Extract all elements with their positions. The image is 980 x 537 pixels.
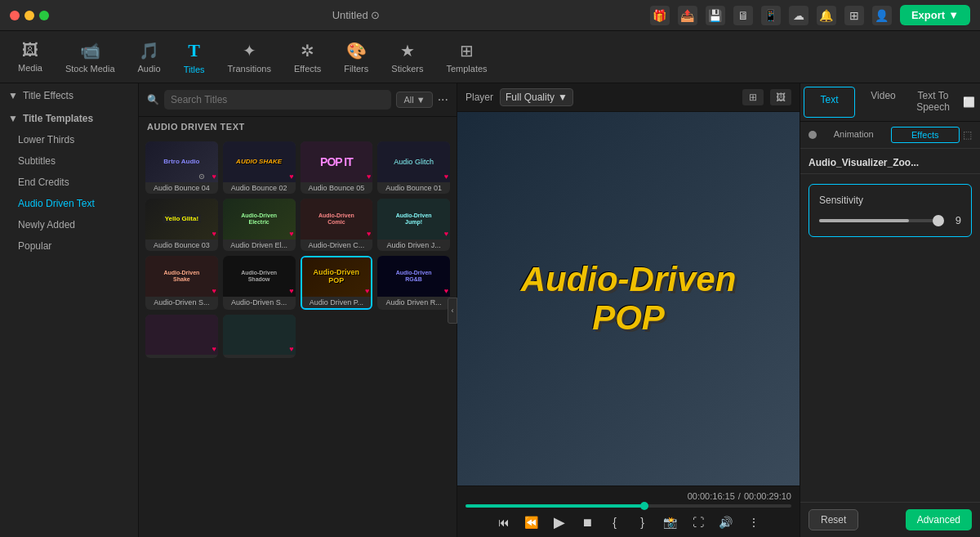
sub-tab-effects[interactable]: Effects [891, 127, 960, 143]
gift-icon[interactable]: 🎁 [650, 6, 670, 25]
tab-text-to-speech[interactable]: Text To Speech [908, 83, 958, 121]
template-driven-r[interactable]: Audio-DrivenRG&B ♥ Audio Driven R... [377, 256, 450, 310]
nav-newly-added[interactable]: Newly Added [7, 214, 138, 235]
template-driven-j[interactable]: Audio-DrivenJump! ♥ Audio Driven J... [377, 199, 450, 251]
download-icon[interactable]: 💾 [706, 6, 725, 25]
template-bounce01-thumb: Audio Glitch ♥ [377, 141, 450, 182]
monitor-icon[interactable]: 🖥 [733, 6, 753, 25]
template-driven-r-thumb: Audio-DrivenRG&B ♥ [377, 256, 450, 297]
main-layout: ▼ Title Effects ▼ Title Templates Lower … [0, 83, 980, 537]
template-partial2[interactable]: ♥ [223, 315, 296, 359]
sub-tabs: Animation Effects [820, 127, 960, 143]
title-templates-header[interactable]: ▼ Title Templates [0, 108, 138, 129]
template-bounce04[interactable]: Brtro Audio ♥ ⊙ Audio Bounce 04 [145, 141, 218, 194]
time-display: 00:00:16:15 / 00:00:29:10 [466, 491, 791, 501]
template-bounce03[interactable]: Yello Glita! ♥ Audio Bounce 03 [145, 199, 218, 251]
template-partial1[interactable]: ♥ [145, 315, 218, 359]
search-input[interactable] [164, 90, 391, 110]
filter-all-button[interactable]: All ▼ [396, 92, 432, 108]
title-effects-label: Title Effects [23, 90, 74, 101]
panel-collapse-button[interactable]: ‹ [448, 298, 457, 324]
toolbar-stickers[interactable]: ★ Stickers [380, 36, 434, 78]
stock-media-icon: 📹 [80, 41, 100, 60]
sensitivity-section: Sensitivity 9 [808, 184, 972, 237]
nav-lower-thirds[interactable]: Lower Thirds [7, 129, 138, 150]
media-icon: 🖼 [22, 41, 38, 60]
reset-button[interactable]: Reset [808, 509, 858, 530]
tab-text[interactable]: Text [804, 87, 855, 118]
audio-button[interactable]: 🔊 [716, 512, 736, 532]
template-bounce02[interactable]: AUDIO SHAKE ♥ Audio Bounce 02 [223, 141, 296, 194]
search-icon: 🔍 [147, 94, 159, 105]
progress-bar[interactable] [466, 504, 791, 508]
toolbar-titles[interactable]: T Titles [172, 35, 216, 79]
share-icon[interactable]: 📤 [678, 6, 697, 25]
nav-popular[interactable]: Popular [7, 235, 138, 257]
play-button[interactable]: ▶ [550, 512, 569, 532]
phone-icon[interactable]: 📱 [761, 6, 781, 25]
titlebar: Untitled ⊙ 🎁 📤 💾 🖥 📱 ☁ 🔔 ⊞ 👤 Export ▼ [0, 0, 980, 31]
toolbar-effects[interactable]: ✲ Effects [283, 36, 332, 78]
toolbar-audio[interactable]: 🎵 Audio [127, 36, 172, 78]
audio-icon: 🎵 [139, 41, 159, 60]
template-driven-s2[interactable]: Audio-DrivenShadow ♥ Audio-Driven S... [223, 256, 296, 310]
video-placeholder: Audio-Driven POP [457, 112, 800, 486]
cloud-icon[interactable]: ☁ [789, 6, 808, 25]
right-tabs: Text Video Text To Speech ⬜ [800, 83, 980, 122]
quality-select[interactable]: Full Quality ▼ [500, 88, 573, 106]
toolbar-media[interactable]: 🖼 Media [7, 36, 54, 78]
frame-back-button[interactable]: ⏪ [522, 512, 541, 532]
sensitivity-slider[interactable] [819, 219, 938, 222]
nav-audio-driven-text[interactable]: Audio Driven Text [7, 193, 138, 214]
image-view-icon[interactable]: 🖼 [770, 89, 791, 105]
toolbar-templates[interactable]: ⊞ Templates [434, 36, 498, 78]
mark-in-button[interactable]: { [605, 512, 625, 532]
template-bounce05-thumb: POP IT ♥ [301, 141, 373, 182]
sub-tab-animation[interactable]: Animation [820, 127, 888, 143]
avatar-icon[interactable]: 👤 [872, 6, 892, 25]
expand-icon[interactable]: ⬚ [963, 129, 972, 141]
template-driven-c[interactable]: Audio-DrivenComic ♥ Audio-Driven C... [301, 199, 373, 251]
template-driven-s1[interactable]: Audio-DrivenShake ♥ Audio-Driven S... [145, 256, 218, 310]
more-options-icon[interactable]: ··· [438, 92, 448, 107]
template-bounce01[interactable]: Audio Glitch ♥ Audio Bounce 01 [377, 141, 450, 194]
bell-icon[interactable]: 🔔 [817, 6, 836, 25]
minimize-button[interactable] [24, 11, 34, 20]
title-templates-label: Title Templates [23, 113, 93, 124]
toolbar-stock-media[interactable]: 📹 Stock Media [54, 36, 127, 78]
nav-subtitles[interactable]: Subtitles [7, 150, 138, 172]
template-driven-pop-name: Audio Driven P... [302, 297, 372, 308]
template-driven-el[interactable]: Audio-DrivenElectric ♥ Audio Driven El..… [223, 199, 296, 251]
video-controls: 00:00:16:15 / 00:00:29:10 ⏮ ⏪ ▶ ⏹ { } 📸 [457, 486, 800, 537]
copy-icon[interactable]: ⬜ [958, 83, 980, 121]
slider-fill [819, 219, 909, 222]
titles-icon: T [188, 40, 200, 61]
maximize-button[interactable] [39, 11, 49, 20]
collapse-icon: ▼ [8, 90, 18, 101]
template-bounce05[interactable]: POP IT ♥ Audio Bounce 05 [301, 141, 373, 194]
slider-thumb[interactable] [933, 215, 944, 226]
nav-end-credits[interactable]: End Credits [7, 172, 138, 193]
fullscreen-button[interactable]: ⛶ [688, 512, 708, 532]
grid-view-icon[interactable]: ⊞ [742, 89, 764, 105]
sub-tabs-row: Animation Effects ⬚ [800, 122, 980, 149]
settings-button[interactable]: ⋮ [744, 512, 764, 532]
close-button[interactable] [10, 11, 20, 20]
advanced-button[interactable]: Advanced [906, 509, 972, 530]
mark-out-button[interactable]: } [633, 512, 653, 532]
template-driven-pop[interactable]: Audio-DrivenPOP ♥ Audio Driven P... [301, 256, 373, 310]
tab-video[interactable]: Video [858, 83, 908, 121]
export-button[interactable]: Export ▼ [900, 5, 970, 25]
template-partial1-thumb: ♥ [145, 315, 218, 356]
toolbar-filters[interactable]: 🎨 Filters [332, 36, 380, 78]
total-time: 00:00:29:10 [744, 491, 791, 501]
title-effects-header[interactable]: ▼ Title Effects [0, 83, 138, 108]
templates-icon: ⊞ [460, 41, 474, 60]
stop-button[interactable]: ⏹ [577, 512, 597, 532]
grid-icon[interactable]: ⊞ [844, 6, 864, 25]
progress-handle[interactable] [640, 502, 648, 510]
skip-back-button[interactable]: ⏮ [494, 512, 514, 532]
snapshot-button[interactable]: 📸 [661, 512, 680, 532]
toolbar-transitions[interactable]: ✦ Transitions [216, 36, 283, 78]
template-driven-s1-thumb: Audio-DrivenShake ♥ [145, 256, 218, 297]
